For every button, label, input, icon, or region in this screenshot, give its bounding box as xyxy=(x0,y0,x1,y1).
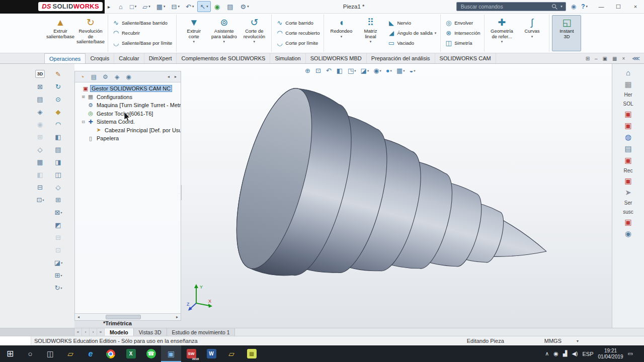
tab-estudio-movimiento[interactable]: Estudio de movimiento 1 xyxy=(167,328,235,336)
view-3d-button[interactable]: 3D xyxy=(33,68,47,80)
edge-button[interactable]: e xyxy=(80,345,101,362)
action-center-icon[interactable]: ▭ xyxy=(628,350,633,357)
tool-a6[interactable]: ⊞ xyxy=(33,131,47,143)
wrap-button[interactable]: ◎ Envolver xyxy=(443,19,481,27)
open-document-button[interactable]: ▱ ▾ xyxy=(140,1,153,12)
tool-b16[interactable]: ◪ ▾ xyxy=(51,256,65,268)
taskpane-red-icon-1[interactable]: ▣ xyxy=(624,110,631,118)
scroll-last-button[interactable]: » xyxy=(97,328,105,336)
taskpane-label-rec[interactable]: Rec xyxy=(624,168,633,173)
tool-a8[interactable]: ▦ xyxy=(33,156,47,168)
start-button[interactable]: ⊞ xyxy=(0,345,20,362)
tab-croquis[interactable]: Croquis xyxy=(86,53,114,63)
boundary-boss-button[interactable]: ◡ Saliente/Base por límite xyxy=(111,39,174,47)
taskpane-red-icon-2[interactable]: ▣ xyxy=(624,122,631,130)
swept-boss-button[interactable]: ∿ Saliente/Base barrido xyxy=(111,19,174,27)
tool-b9[interactable]: ◫ xyxy=(51,168,65,180)
shell-button[interactable]: ▭ Vaciado xyxy=(386,39,438,47)
tool-b10[interactable]: ◇ xyxy=(51,181,65,193)
tool-b8[interactable]: ◨ xyxy=(51,156,65,168)
collapse-taskpane-icon[interactable]: ⋘ xyxy=(632,53,644,63)
tool-b14[interactable]: ⊟ xyxy=(51,231,65,243)
taskpane-pointer-icon[interactable]: ➤ xyxy=(625,189,631,197)
extruded-cut-button[interactable]: ▼ Extruir corte ▾ xyxy=(179,15,208,51)
mirror-button[interactable]: ◫ Simetría xyxy=(443,39,481,47)
zoom-fit-button[interactable]: ⊕ xyxy=(303,66,312,75)
view-settings-button[interactable]: ◒ ▾ xyxy=(408,66,417,75)
sticky-notes-button[interactable]: ▤ xyxy=(242,345,262,362)
taskpane-tools-icon[interactable]: ▦ xyxy=(624,80,631,88)
document-minimize-button[interactable]: – xyxy=(595,56,598,61)
curves-button[interactable]: ∫ Curvas ▾ xyxy=(517,15,546,51)
view-orientation-button[interactable]: ◳ ▾ xyxy=(346,66,358,75)
edit-appearance-button[interactable]: ● ▾ xyxy=(384,66,393,75)
tool-b17[interactable]: ⊞ ▾ xyxy=(51,269,65,281)
tool-b7[interactable]: ▤ xyxy=(51,143,65,155)
tab-solidworks-mbd[interactable]: SOLIDWORKS MBD xyxy=(306,53,367,63)
tab-modelo[interactable]: Modelo xyxy=(105,328,134,336)
tool-a11[interactable]: ⊡ ▾ xyxy=(33,194,47,206)
intersect-button[interactable]: ⊗ Intersección xyxy=(443,29,481,37)
tray-network-icon[interactable]: ▟ xyxy=(563,350,567,357)
tray-volume-icon[interactable]: ◀) xyxy=(572,350,578,357)
boundary-cut-button[interactable]: ◡ Corte por límite xyxy=(274,39,321,47)
tab-simulation[interactable]: Simulation xyxy=(270,53,305,63)
section-view-button[interactable]: ◧ xyxy=(335,66,345,75)
user-account-icon[interactable]: ◉ xyxy=(571,3,577,10)
close-button[interactable]: × xyxy=(627,0,644,14)
tree-item[interactable]: ▣ Gestor SOLIDWORKS CAM NC xyxy=(76,84,180,93)
revolve-boss-button[interactable]: ↻ Revolución de saliente/base xyxy=(76,15,105,51)
whatsapp-button[interactable]: ☎ xyxy=(141,345,161,362)
task-list-button[interactable]: ▤ xyxy=(224,1,236,12)
document-close-button[interactable]: × xyxy=(622,56,625,61)
tree-item[interactable]: ➤ Cabezal Principal [Def. por Usua xyxy=(76,126,180,135)
expander-icon[interactable]: ⊞ xyxy=(81,95,86,99)
fillet-button[interactable]: ◖ Redondeo ▾ xyxy=(327,15,356,51)
print-button[interactable]: ⊟ ▾ xyxy=(169,1,182,12)
sketch-button[interactable]: ✎ xyxy=(51,68,65,80)
command-search[interactable]: ▾ xyxy=(456,2,566,11)
tool-b18[interactable]: ↻ ▾ xyxy=(51,282,65,294)
scroll-prev-button[interactable]: ‹ xyxy=(82,328,90,336)
tab-preparacion-analisis[interactable]: Preparación del análisis xyxy=(367,53,435,63)
previous-view-button[interactable]: ↶ xyxy=(325,66,334,75)
tray-language[interactable]: ESP xyxy=(583,351,594,357)
tray-contact-icon[interactable]: ◉ xyxy=(553,350,558,357)
hide-show-items-button[interactable]: ◉ ▾ xyxy=(372,66,383,75)
selection-filter-button[interactable]: ◉ xyxy=(212,1,223,12)
standard-views-button[interactable]: ⊠ xyxy=(33,80,47,93)
instant-3d-button[interactable]: ◱ Instant 3D xyxy=(552,15,581,51)
tab-solidworks-cam[interactable]: SOLIDWORKS CAM xyxy=(435,53,496,63)
tool-b2[interactable]: ↻ xyxy=(51,80,65,93)
search-dropdown-icon[interactable]: ▾ xyxy=(560,5,562,9)
scroll-left-icon[interactable]: ◂ xyxy=(75,315,82,319)
taskpane-red-icon-5[interactable]: ▣ xyxy=(624,218,631,226)
taskpane-home-icon[interactable]: ⌂ xyxy=(626,69,630,77)
scroll-next-button[interactable]: › xyxy=(90,328,97,336)
tool-a5[interactable]: ◉ xyxy=(33,118,47,130)
cortana-button[interactable]: ○ xyxy=(20,345,40,362)
file-explorer-button[interactable]: ▱ xyxy=(60,345,80,362)
units-dropdown-icon[interactable]: ▾ xyxy=(577,339,579,343)
save-button[interactable]: ▦ ▾ xyxy=(154,1,168,12)
taskpane-label-susc[interactable]: susc xyxy=(623,209,633,215)
taskpane-list-icon[interactable]: ▤ xyxy=(624,145,631,153)
help-button[interactable]: ? ▾ xyxy=(581,3,588,10)
minimize-button[interactable]: — xyxy=(593,0,610,14)
solidworks-active-button[interactable]: ▣ xyxy=(161,345,181,362)
tab-complementos[interactable]: Complementos de SOLIDWORKS xyxy=(177,53,270,63)
scrollbar-thumb[interactable] xyxy=(106,315,141,319)
tool-a7[interactable]: ◇ xyxy=(33,143,47,155)
document-restore-button[interactable]: ▣ xyxy=(603,56,607,61)
tool-b5[interactable]: ◠ xyxy=(51,118,65,130)
tab-scroll-left-icon[interactable]: ◂ xyxy=(166,74,171,79)
undo-button[interactable]: ↶ ▾ xyxy=(183,1,196,12)
taskpane-community-icon[interactable]: ◉ xyxy=(625,230,631,238)
units-selector[interactable]: MMGS xyxy=(544,338,561,344)
chrome-button[interactable] xyxy=(101,345,121,362)
lofted-boss-button[interactable]: ◠ Recubrir xyxy=(111,29,174,37)
display-style-button[interactable]: ◪ ▾ xyxy=(359,66,371,75)
scrollbar-track[interactable] xyxy=(82,314,174,320)
revolved-cut-button[interactable]: ↺ Corte de revolución ▾ xyxy=(239,15,269,51)
lofted-cut-button[interactable]: ◠ Corte recubierto xyxy=(274,29,321,37)
